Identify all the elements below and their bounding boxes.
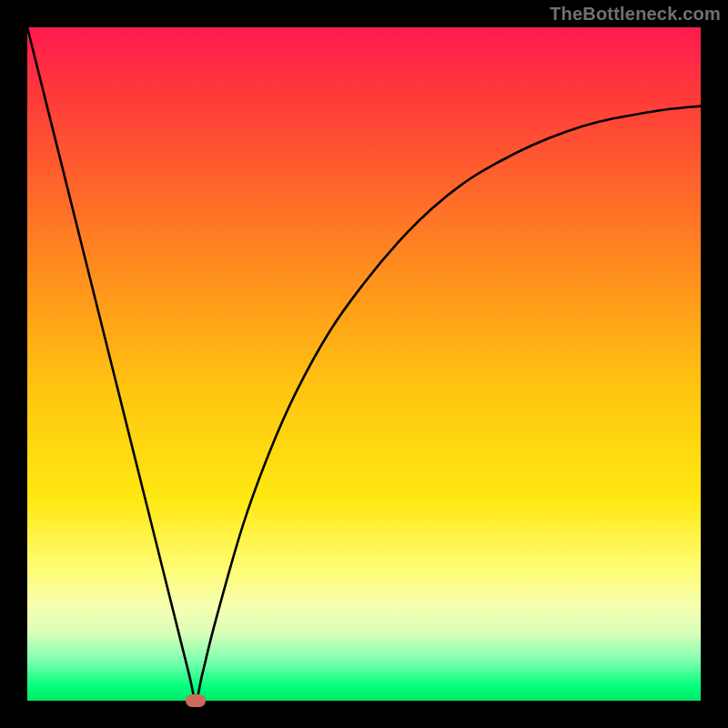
curve-svg [27,27,701,701]
bottleneck-curve-path [27,27,701,701]
plot-area [27,27,701,701]
chart-container: TheBottleneck.com [0,0,728,728]
attribution-text: TheBottleneck.com [550,4,721,25]
min-marker [186,694,206,707]
